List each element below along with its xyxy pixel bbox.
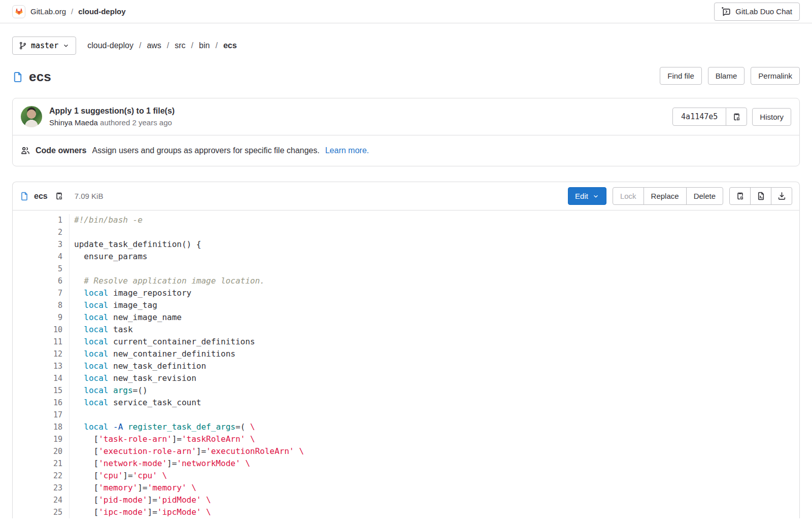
breadcrumb-item[interactable]: bin — [199, 41, 210, 50]
commit-actions: 4a1147e5 History — [672, 108, 791, 126]
line-number[interactable]: 24 — [13, 494, 70, 506]
code-line: 1#!/bin/bash -e — [13, 214, 799, 226]
code-line: 2 — [13, 226, 799, 238]
line-number[interactable]: 1 — [13, 214, 70, 226]
duo-chat-button[interactable]: GitLab Duo Chat — [714, 3, 800, 21]
code-line-content: local task — [70, 324, 133, 336]
line-number[interactable]: 8 — [13, 299, 70, 311]
project-link[interactable]: cloud-deploy — [78, 7, 125, 16]
code-line: 15 local args=() — [13, 384, 799, 397]
file-actions: Edit Lock Replace Delete — [568, 187, 792, 205]
code-line-content: local -A register_task_def_args=( \ — [70, 421, 255, 433]
history-button[interactable]: History — [752, 108, 791, 126]
line-number[interactable]: 4 — [13, 251, 70, 263]
code-line: 24 ['pid-mode']='pidMode' \ — [13, 494, 799, 506]
permalink-button[interactable]: Permalink — [751, 67, 800, 85]
line-number[interactable]: 5 — [13, 263, 70, 275]
line-number[interactable]: 20 — [13, 445, 70, 457]
file-name: ecs — [34, 192, 48, 201]
replace-button[interactable]: Replace — [644, 187, 687, 205]
learn-more-link[interactable]: Learn more. — [325, 146, 369, 155]
find-file-button[interactable]: Find file — [660, 67, 702, 85]
commit-text: Apply 1 suggestion(s) to 1 file(s) Shiny… — [49, 107, 672, 127]
download-button[interactable] — [771, 187, 792, 205]
commit-sha-group: 4a1147e5 — [672, 108, 747, 126]
line-number[interactable]: 15 — [13, 384, 70, 397]
code-line-content: ['memory']='memory' \ — [70, 482, 196, 494]
code-owners-icon — [21, 146, 30, 155]
code-line-content: # Resolve application image location. — [70, 275, 265, 287]
breadcrumb-separator: / — [139, 41, 141, 50]
group-link[interactable]: GitLab.org — [30, 7, 66, 16]
line-number[interactable]: 23 — [13, 482, 70, 494]
line-number[interactable]: 12 — [13, 348, 70, 360]
copy-icon — [736, 192, 745, 200]
code-line: 9 local new_image_name — [13, 311, 799, 324]
file-manage-group: Lock Replace Delete — [613, 187, 723, 205]
line-number[interactable]: 19 — [13, 433, 70, 445]
open-raw-button[interactable] — [750, 187, 771, 205]
breadcrumb-separator: / — [71, 7, 73, 16]
code-line: 14 local new_task_revision — [13, 372, 799, 384]
chevron-down-icon — [62, 42, 70, 49]
lock-button[interactable]: Lock — [613, 187, 644, 205]
line-number[interactable]: 2 — [13, 226, 70, 238]
line-number[interactable]: 3 — [13, 238, 70, 251]
duo-chat-icon — [722, 7, 731, 16]
code-line-content: local current_container_definitions — [70, 336, 255, 348]
line-number[interactable]: 14 — [13, 372, 70, 384]
breadcrumb-item[interactable]: src — [175, 41, 185, 50]
file-tools-group — [729, 187, 792, 205]
line-number[interactable]: 9 — [13, 311, 70, 324]
delete-button[interactable]: Delete — [686, 187, 723, 205]
line-number[interactable]: 22 — [13, 470, 70, 482]
page-title: ecs — [12, 69, 51, 85]
code-owners-row: Code owners Assign users and groups as a… — [13, 135, 799, 166]
last-commit-row: Apply 1 suggestion(s) to 1 file(s) Shiny… — [13, 98, 799, 135]
line-number[interactable]: 13 — [13, 360, 70, 372]
code-line: 10 local task — [13, 324, 799, 336]
breadcrumb-item[interactable]: ecs — [223, 41, 237, 50]
title-actions: Find file Blame Permalink — [660, 67, 800, 85]
edit-dropdown-button[interactable]: Edit — [568, 187, 606, 205]
line-number[interactable]: 21 — [13, 457, 70, 470]
copy-file-path-button[interactable] — [53, 190, 65, 202]
line-number[interactable]: 18 — [13, 421, 70, 433]
code-line-content: local new_task_revision — [70, 372, 196, 384]
file-title-text: ecs — [29, 69, 51, 85]
branch-name: master — [31, 41, 58, 50]
line-number[interactable]: 11 — [13, 336, 70, 348]
commit-sha-button[interactable]: 4a1147e5 — [672, 108, 726, 126]
code-line: 13 local new_task_definition — [13, 360, 799, 372]
line-number[interactable]: 16 — [13, 397, 70, 409]
file-header: ecs 7.09 KiB Edit Lock Replace — [13, 182, 799, 210]
file-icon-small — [20, 192, 29, 201]
copy-file-contents-button[interactable] — [729, 187, 751, 205]
line-number[interactable]: 7 — [13, 287, 70, 299]
breadcrumb-item[interactable]: aws — [147, 41, 161, 50]
line-number[interactable]: 6 — [13, 275, 70, 287]
project-breadcrumb: GitLab.org / cloud-deploy — [12, 5, 126, 18]
top-bar: GitLab.org / cloud-deploy GitLab Duo Cha… — [0, 0, 812, 23]
code-area: 1#!/bin/bash -e23update_task_definition(… — [13, 210, 799, 518]
copy-icon — [732, 113, 741, 121]
commit-title-link[interactable]: Apply 1 suggestion(s) to 1 file(s) — [49, 107, 672, 116]
breadcrumb-separator: / — [215, 41, 217, 50]
commit-author-link[interactable]: Shinya Maeda — [49, 118, 98, 127]
copy-commit-sha-button[interactable] — [726, 108, 747, 126]
branch-selector[interactable]: master — [12, 37, 76, 55]
code-line-content — [70, 226, 74, 238]
code-line-content: local new_image_name — [70, 311, 182, 324]
code-line-content — [70, 409, 74, 421]
code-line: 5 — [13, 263, 799, 275]
code-line: 25 ['ipc-mode']='ipcMode' \ — [13, 506, 799, 518]
blame-button[interactable]: Blame — [708, 67, 745, 85]
line-number[interactable]: 25 — [13, 506, 70, 518]
gitlab-logo-icon[interactable] — [12, 5, 25, 18]
code-line: 7 local image_repository — [13, 287, 799, 299]
branch-icon — [19, 42, 27, 50]
line-number[interactable]: 17 — [13, 409, 70, 421]
line-number[interactable]: 10 — [13, 324, 70, 336]
avatar[interactable] — [21, 106, 42, 127]
breadcrumb-item[interactable]: cloud-deploy — [87, 41, 133, 50]
